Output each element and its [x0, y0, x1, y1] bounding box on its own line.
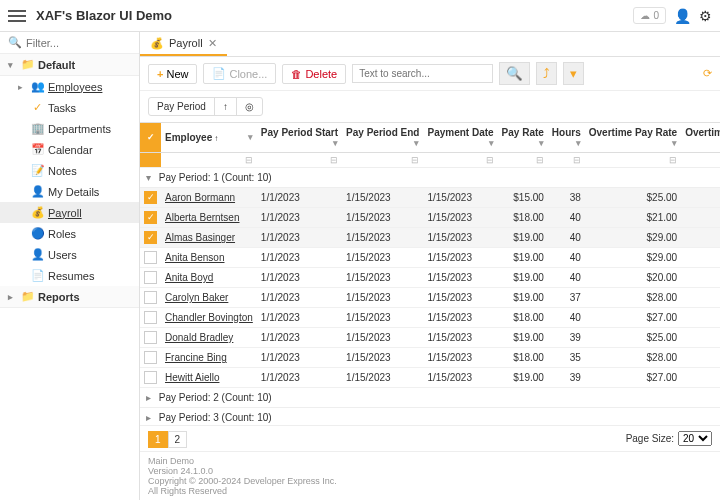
nav-icon: 📅 — [31, 143, 43, 156]
payroll-icon: 💰 — [150, 37, 164, 50]
sidebar-item-roles[interactable]: 🔵Roles — [0, 223, 139, 244]
sidebar-item-resumes[interactable]: 📄Resumes — [0, 265, 139, 286]
row-checkbox[interactable]: ✓ — [144, 231, 157, 244]
filter-icon[interactable]: ▾ — [333, 138, 338, 148]
delete-button[interactable]: 🗑 Delete — [282, 64, 346, 84]
nav-icon: 👤 — [31, 185, 43, 198]
nav-icon: 💰 — [31, 206, 43, 219]
sidebar-item-payroll[interactable]: 💰Payroll — [0, 202, 139, 223]
new-button[interactable]: +New — [148, 64, 197, 84]
nav-icon: 👤 — [31, 248, 43, 261]
search-input[interactable] — [352, 64, 493, 83]
column-header[interactable]: Payment Date▾ — [423, 123, 497, 153]
row-checkbox[interactable]: ✓ — [144, 191, 157, 204]
sidebar-section-default[interactable]: ▾ 📁 Default — [0, 54, 139, 76]
table-row[interactable]: Francine Bing 1/1/20231/15/20231/15/2023… — [140, 348, 720, 368]
chevron-down-icon: ▾ — [8, 60, 16, 70]
page-size-label: Page Size: — [626, 433, 674, 444]
row-checkbox[interactable] — [144, 251, 157, 264]
filter-input[interactable] — [26, 37, 140, 49]
row-checkbox[interactable] — [144, 311, 157, 324]
employee-link[interactable]: Almas Basinger — [165, 232, 235, 243]
employee-link[interactable]: Donald Bradley — [165, 332, 233, 343]
tab-payroll[interactable]: 💰 Payroll ✕ — [140, 33, 227, 56]
nav-icon: 🔵 — [31, 227, 43, 240]
employee-link[interactable]: Aaron Bormann — [165, 192, 235, 203]
clone-button[interactable]: 📄 Clone... — [203, 63, 276, 84]
column-header[interactable]: Overtime Hours▾ — [681, 123, 720, 153]
row-checkbox[interactable] — [144, 371, 157, 384]
table-row[interactable]: Carolyn Baker 1/1/20231/15/20231/15/2023… — [140, 288, 720, 308]
employee-link[interactable]: Francine Bing — [165, 352, 227, 363]
group-row[interactable]: ▾ Pay Period: 1 (Count: 10) — [140, 168, 720, 188]
export-button[interactable]: ⤴ — [536, 62, 557, 85]
sidebar-item-departments[interactable]: 🏢Departments — [0, 118, 139, 139]
filter-icon[interactable]: ▾ — [576, 138, 581, 148]
page-button[interactable]: 2 — [168, 431, 188, 448]
table-row[interactable]: Hewitt Aiello 1/1/20231/15/20231/15/2023… — [140, 368, 720, 388]
filter-icon[interactable]: ◎ — [237, 98, 262, 115]
export-dropdown[interactable]: ▾ — [563, 62, 584, 85]
nav-icon: 🏢 — [31, 122, 43, 135]
page-button[interactable]: 1 — [148, 431, 168, 448]
employee-link[interactable]: Anita Benson — [165, 252, 225, 263]
sidebar-item-employees[interactable]: ▸👥Employees — [0, 76, 139, 97]
group-row[interactable]: ▸ Pay Period: 2 (Count: 10) — [140, 388, 720, 408]
refresh-icon[interactable]: ⟳ — [703, 67, 712, 80]
sidebar-item-notes[interactable]: 📝Notes — [0, 160, 139, 181]
select-all-header[interactable]: ✓ — [140, 123, 161, 153]
row-checkbox[interactable]: ✓ — [144, 211, 157, 224]
sidebar-item-users[interactable]: 👤Users — [0, 244, 139, 265]
employee-link[interactable]: Anita Boyd — [165, 272, 213, 283]
column-header[interactable]: Pay Period Start▾ — [257, 123, 342, 153]
column-header[interactable]: Pay Period End▾ — [342, 123, 423, 153]
column-header[interactable]: Overtime Pay Rate▾ — [585, 123, 681, 153]
table-row[interactable]: ✓ Aaron Bormann 1/1/20231/15/20231/15/20… — [140, 188, 720, 208]
filter-icon[interactable]: ▾ — [489, 138, 494, 148]
row-checkbox[interactable] — [144, 351, 157, 364]
search-button[interactable]: 🔍 — [499, 62, 530, 85]
footer-line: Version 24.1.0.0 — [148, 466, 712, 476]
footer-line: All Rights Reserved — [148, 486, 712, 496]
group-by-pill[interactable]: Pay Period ↑ ◎ — [148, 97, 263, 116]
user-icon[interactable]: 👤 — [674, 8, 691, 24]
menu-icon[interactable] — [8, 7, 26, 25]
search-icon: 🔍 — [8, 36, 22, 49]
filter-icon[interactable]: ▾ — [672, 138, 677, 148]
sort-icon[interactable]: ↑ — [215, 98, 237, 115]
column-header[interactable]: Pay Rate▾ — [498, 123, 548, 153]
group-row[interactable]: ▸ Pay Period: 3 (Count: 10) — [140, 408, 720, 426]
close-icon[interactable]: ✕ — [208, 37, 217, 50]
employee-link[interactable]: Carolyn Baker — [165, 292, 228, 303]
table-row[interactable]: Donald Bradley 1/1/20231/15/20231/15/202… — [140, 328, 720, 348]
sidebar-item-calendar[interactable]: 📅Calendar — [0, 139, 139, 160]
table-row[interactable]: ✓ Alberta Berntsen 1/1/20231/15/20231/15… — [140, 208, 720, 228]
filter-icon[interactable]: ▾ — [414, 138, 419, 148]
page-size-select[interactable]: 20 — [678, 431, 712, 446]
table-row[interactable]: ✓ Almas Basinger 1/1/20231/15/20231/15/2… — [140, 228, 720, 248]
employee-link[interactable]: Hewitt Aiello — [165, 372, 219, 383]
notification-button[interactable]: ☁ 0 — [633, 7, 666, 24]
table-row[interactable]: Chandler Bovington 1/1/20231/15/20231/15… — [140, 308, 720, 328]
sidebar-item-tasks[interactable]: ✓Tasks — [0, 97, 139, 118]
table-row[interactable]: Anita Benson 1/1/20231/15/20231/15/2023 … — [140, 248, 720, 268]
sidebar-section-reports[interactable]: ▸ 📁 Reports — [0, 286, 139, 308]
footer-line: Copyright © 2000-2024 Developer Express … — [148, 476, 712, 486]
employee-link[interactable]: Chandler Bovington — [165, 312, 253, 323]
nav-icon: 📄 — [31, 269, 43, 282]
sidebar-filter[interactable]: 🔍 — [0, 32, 139, 54]
row-checkbox[interactable] — [144, 331, 157, 344]
folder-icon: 📁 — [21, 290, 33, 303]
employee-link[interactable]: Alberta Berntsen — [165, 212, 240, 223]
folder-icon: 📁 — [21, 58, 33, 71]
table-row[interactable]: Anita Boyd 1/1/20231/15/20231/15/2023 $1… — [140, 268, 720, 288]
column-header[interactable]: Hours▾ — [548, 123, 585, 153]
column-header[interactable]: Employee↑▾ — [161, 123, 257, 153]
sidebar-item-my-details[interactable]: 👤My Details — [0, 181, 139, 202]
nav-icon: 👥 — [31, 80, 43, 93]
filter-icon[interactable]: ▾ — [248, 132, 253, 142]
filter-icon[interactable]: ▾ — [539, 138, 544, 148]
row-checkbox[interactable] — [144, 291, 157, 304]
row-checkbox[interactable] — [144, 271, 157, 284]
gear-icon[interactable]: ⚙ — [699, 8, 712, 24]
